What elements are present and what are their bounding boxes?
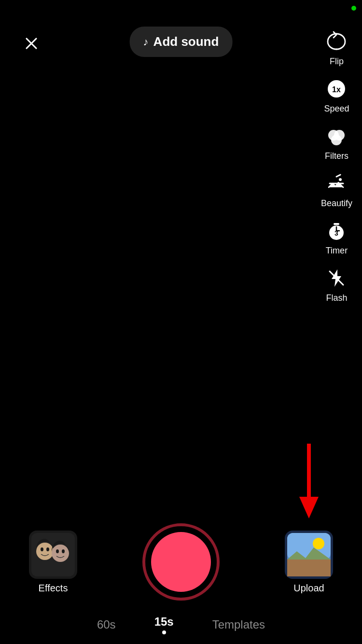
effects-label: Effects xyxy=(39,583,68,594)
red-arrow xyxy=(294,444,323,528)
tab-60s[interactable]: 60s xyxy=(97,618,116,631)
beautify-icon xyxy=(324,171,349,196)
tab-15s[interactable]: 15s xyxy=(154,615,174,634)
svg-marker-25 xyxy=(299,497,319,518)
svg-point-20 xyxy=(46,547,49,551)
effects-button[interactable]: Effects xyxy=(29,531,77,594)
svg-point-18 xyxy=(36,543,54,560)
add-sound-button[interactable]: ♪ Add sound xyxy=(130,27,233,57)
toolbar: Flip 1x Speed Filters xyxy=(321,29,352,303)
svg-point-21 xyxy=(52,545,69,562)
flash-button[interactable]: Flash xyxy=(324,266,349,303)
flash-label: Flash xyxy=(326,293,347,303)
tab-templates[interactable]: Templates xyxy=(212,618,265,631)
beautify-label: Beautify xyxy=(321,198,352,209)
upload-button[interactable]: Upload xyxy=(285,531,333,594)
flip-icon xyxy=(324,29,349,54)
svg-point-28 xyxy=(313,538,324,549)
upload-label: Upload xyxy=(293,583,324,594)
svg-point-23 xyxy=(62,549,65,553)
speed-button[interactable]: 1x Speed xyxy=(324,76,349,114)
close-button[interactable] xyxy=(19,31,43,56)
effects-thumbnail xyxy=(29,531,77,579)
speed-label: Speed xyxy=(324,104,349,114)
capture-row: Effects xyxy=(0,523,362,601)
status-dot xyxy=(351,6,356,11)
svg-rect-32 xyxy=(325,572,331,576)
speed-icon: 1x xyxy=(324,76,349,101)
svg-text:1x: 1x xyxy=(333,85,341,94)
flash-icon xyxy=(324,266,349,291)
filters-label: Filters xyxy=(325,151,348,161)
svg-point-22 xyxy=(56,549,59,553)
flip-label: Flip xyxy=(330,56,344,67)
filters-icon xyxy=(324,124,349,149)
svg-point-9 xyxy=(339,178,342,181)
record-inner xyxy=(151,532,211,592)
add-sound-label: Add sound xyxy=(153,34,219,49)
upload-thumbnail xyxy=(285,531,333,579)
timer-button[interactable]: 3 Timer xyxy=(324,218,349,256)
record-button[interactable] xyxy=(142,523,220,601)
flip-button[interactable]: Flip xyxy=(324,29,349,67)
camera-screen: ♪ Add sound Flip 1x Speed xyxy=(0,0,362,644)
svg-point-6 xyxy=(331,135,342,145)
timer-label: Timer xyxy=(326,246,348,256)
svg-rect-31 xyxy=(287,573,331,576)
svg-point-19 xyxy=(41,547,43,551)
timer-icon: 3 xyxy=(324,218,349,243)
svg-line-8 xyxy=(336,175,340,177)
filters-button[interactable]: Filters xyxy=(324,124,349,161)
bottom-area: Effects xyxy=(0,523,362,644)
music-icon: ♪ xyxy=(143,36,149,48)
svg-rect-11 xyxy=(334,223,339,225)
tab-row: 60s 15s Templates xyxy=(0,610,362,644)
beautify-button[interactable]: Beautify xyxy=(321,171,352,209)
